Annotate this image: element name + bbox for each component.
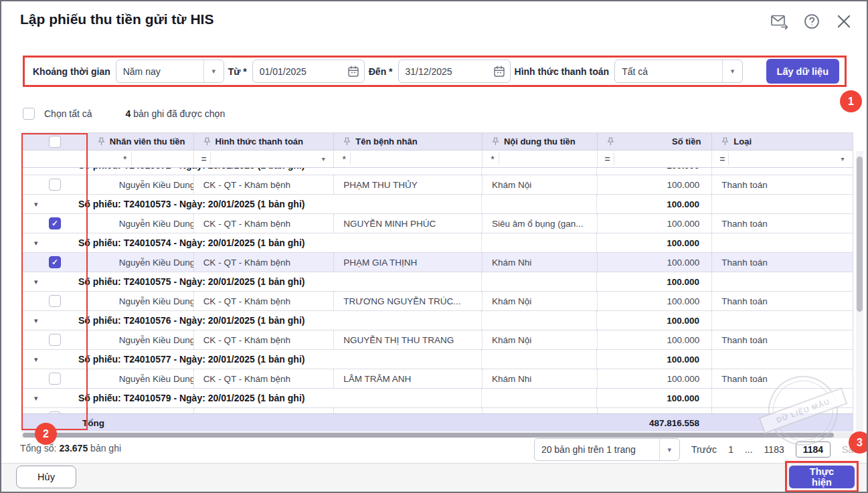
cell-kind: Thanh toán (711, 369, 853, 388)
help-icon[interactable] (802, 12, 821, 31)
column-header-staff[interactable]: Nhân viên thu tiền (88, 133, 193, 150)
group-label: Số phiếu: T24010575 - Ngày: 20/01/2025 (… (78, 276, 305, 287)
filter-op[interactable]: = (716, 154, 728, 165)
filter-op[interactable]: * (119, 154, 131, 165)
select-all-checkbox[interactable] (23, 108, 35, 120)
pin-icon[interactable] (343, 137, 351, 146)
table-row[interactable]: Nguyễn Kiều Dung CK - QT - Khám bệnh LÂM… (22, 369, 853, 389)
chevron-down-icon[interactable]: ▾ (659, 439, 679, 460)
period-value: Năm nay (116, 66, 203, 77)
page-button-1183[interactable]: 1183 (764, 444, 784, 455)
filter-op[interactable]: = (198, 154, 210, 165)
to-date-input[interactable]: 31/12/2025 (398, 60, 511, 83)
table-row[interactable]: Nguyễn Kiều Dung CK - QT - Khám bệnh TRƯ… (22, 292, 853, 311)
table-row[interactable]: Nguyễn Kiều Dung CK - QT - Khám bệnh NGU… (22, 330, 853, 350)
to-date-label: Đến * (369, 66, 393, 77)
calendar-icon[interactable] (489, 66, 510, 78)
row-checkbox[interactable]: ✓ (49, 256, 61, 268)
row-checkbox[interactable]: ✓ (49, 217, 61, 229)
group-toggle-icon[interactable]: ▾ (34, 355, 44, 364)
get-data-button[interactable]: Lấy dữ liệu (766, 59, 839, 84)
filter-input[interactable] (499, 153, 593, 165)
send-mail-icon[interactable] (770, 12, 789, 31)
filter-input[interactable] (728, 153, 837, 165)
group-toggle-icon[interactable]: ▾ (34, 316, 44, 325)
table-row[interactable]: ✓ Nguyễn Kiều Dung CK - QT - Khám bệnh P… (22, 253, 853, 272)
payment-method-label: Hình thức thanh toán (515, 66, 610, 77)
from-date-input[interactable]: 01/01/2025 (252, 60, 365, 83)
filter-cell-patient[interactable]: * (333, 151, 482, 167)
group-toggle-icon[interactable]: ▾ (34, 394, 44, 403)
chevron-down-icon[interactable]: ▾ (837, 155, 849, 163)
filter-op[interactable]: * (487, 154, 499, 165)
cancel-button[interactable]: Hủy (16, 466, 76, 488)
vertical-scrollbar[interactable] (856, 151, 863, 431)
cell-patient (333, 408, 482, 413)
dialog-title: Lập phiếu thu tiền gửi từ HIS (20, 11, 213, 27)
calendar-icon[interactable] (343, 66, 364, 78)
current-page-input[interactable]: 1184 (796, 441, 831, 458)
chevron-down-icon[interactable]: ▾ (203, 60, 224, 82)
row-checkbox[interactable] (49, 295, 61, 307)
filter-input[interactable] (131, 153, 189, 165)
payment-method-select[interactable]: Tất cả ▾ (614, 60, 743, 83)
group-row[interactable]: ▾ Số phiếu: T24010577 - Ngày: 20/01/2025… (22, 350, 853, 369)
row-checkbox[interactable] (49, 179, 61, 191)
column-header-payment[interactable]: Hình thức thanh toán (193, 133, 334, 150)
pin-icon[interactable] (203, 137, 211, 146)
period-select[interactable]: Năm nay ▾ (116, 60, 224, 83)
filter-cell-payment[interactable]: =▾ (193, 151, 334, 167)
pin-icon[interactable] (607, 137, 614, 146)
filter-cell-content[interactable]: * (482, 151, 597, 167)
filter-input[interactable] (210, 153, 318, 165)
pin-icon[interactable] (98, 137, 105, 146)
prev-page-button[interactable]: Trước (691, 444, 717, 455)
group-label: Số phiếu: T24010576 - Ngày: 20/01/2025 (… (78, 315, 305, 326)
pin-icon[interactable] (492, 137, 499, 146)
horizontal-scrollbar-thumb[interactable] (23, 433, 834, 437)
group-toggle-icon[interactable]: ▾ (34, 278, 44, 286)
chevron-down-icon[interactable]: ▾ (722, 60, 742, 82)
cell-staff: Nguyễn Kiều Dung (88, 292, 193, 310)
page-button-1[interactable]: 1 (728, 444, 733, 455)
bottom-bar (1, 463, 867, 493)
vertical-scrollbar-thumb[interactable] (857, 157, 863, 312)
column-header-amount[interactable]: Số tiền (597, 133, 712, 150)
group-row[interactable]: ▾ Số phiếu: T24010574 - Ngày: 20/01/2025… (22, 233, 853, 253)
row-checkbox[interactable] (49, 411, 61, 413)
filter-cell-amount[interactable]: = (597, 151, 712, 167)
filter-input[interactable] (614, 153, 708, 165)
group-row[interactable]: ▾ Số phiếu: T24010576 - Ngày: 20/01/2025… (22, 311, 853, 330)
column-header-kind[interactable]: Loại (711, 133, 853, 150)
group-row[interactable]: ▾ Số phiếu: T24010575 - Ngày: 20/01/2025… (22, 272, 853, 292)
group-toggle-icon[interactable]: ▾ (34, 200, 44, 209)
filter-cell-kind[interactable]: =▾ (711, 151, 853, 167)
cell-staff (88, 408, 193, 413)
pin-icon[interactable] (721, 137, 729, 146)
filter-input[interactable] (350, 153, 478, 165)
group-row[interactable]: ▾ Số phiếu: T24010573 - Ngày: 20/01/2025… (22, 195, 853, 214)
group-row[interactable]: ▾ Số phiếu: T24010572 - Ngày: 20/01/2025… (22, 168, 853, 175)
cell-kind: Thanh toán (711, 175, 853, 194)
page-size-select[interactable]: 20 bản ghi trên 1 trang ▾ (534, 438, 680, 461)
submit-button[interactable]: Thực hiện (789, 466, 855, 488)
group-toggle-icon[interactable]: ▾ (34, 168, 44, 170)
filter-op[interactable]: = (602, 154, 614, 165)
row-checkbox[interactable] (49, 373, 61, 385)
group-row[interactable]: ▾ Số phiếu: T24010579 - Ngày: 20/01/2025… (22, 389, 853, 408)
group-label: Số phiếu: T24010577 - Ngày: 20/01/2025 (… (78, 354, 305, 365)
cell-amount: 100.000 (597, 369, 712, 388)
group-toggle-icon[interactable]: ▾ (34, 239, 44, 248)
close-icon[interactable] (835, 12, 853, 31)
chevron-down-icon[interactable]: ▾ (317, 155, 329, 163)
table-row[interactable]: ✓ Nguyễn Kiều Dung CK - QT - Khám bệnh N… (22, 214, 853, 233)
column-header-content[interactable]: Nội dung thu tiền (482, 133, 597, 150)
table-row[interactable] (22, 408, 853, 413)
table-row[interactable]: Nguyễn Kiều Dung CK - QT - Khám bệnh PHẠ… (22, 175, 853, 195)
header-select-checkbox-cell[interactable] (22, 133, 88, 150)
column-header-patient[interactable]: Tên bệnh nhân (333, 133, 482, 150)
filter-op[interactable]: * (338, 154, 350, 165)
row-checkbox[interactable] (49, 334, 61, 346)
filter-cell-staff[interactable]: * (88, 151, 193, 167)
header-checkbox[interactable] (49, 136, 61, 148)
